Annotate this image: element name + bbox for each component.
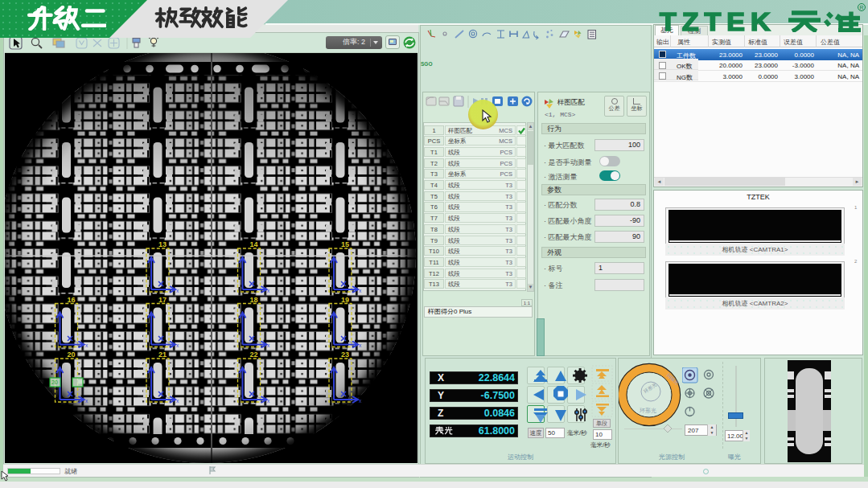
svg-text:20: 20 xyxy=(68,351,76,359)
svg-text:17: 17 xyxy=(158,296,167,304)
svg-text:22: 22 xyxy=(250,351,258,359)
svg-text:14: 14 xyxy=(250,240,258,248)
svg-text:13: 13 xyxy=(158,240,167,248)
svg-text:21: 21 xyxy=(158,351,167,359)
svg-text:20: 20 xyxy=(51,379,58,385)
svg-text:23: 23 xyxy=(341,351,349,359)
svg-text:15: 15 xyxy=(341,240,349,248)
svg-text:环形光: 环形光 xyxy=(640,408,656,414)
svg-text:18: 18 xyxy=(250,296,258,304)
svg-text:19: 19 xyxy=(341,296,349,304)
svg-text:16: 16 xyxy=(68,296,76,304)
